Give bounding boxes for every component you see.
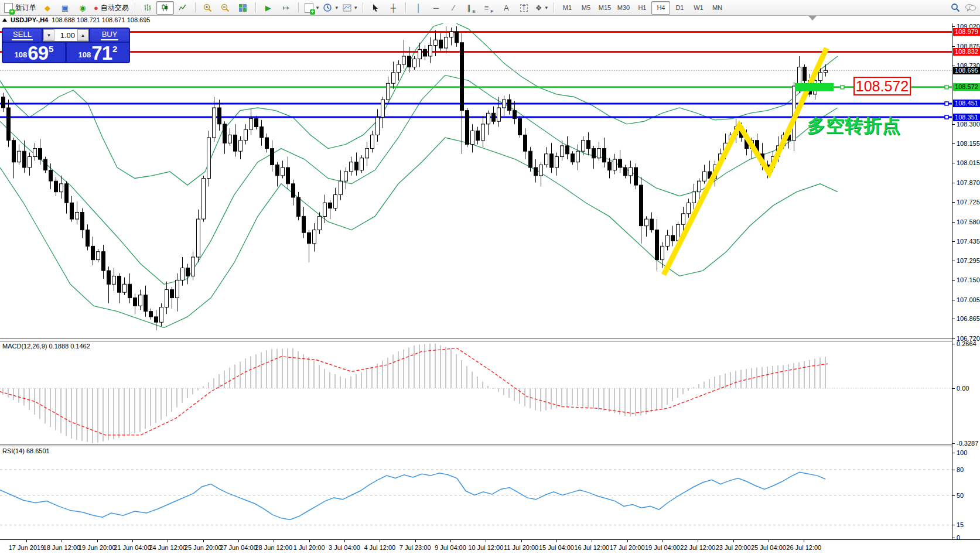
time-axis-tick <box>274 540 274 542</box>
green-highlight-rect[interactable] <box>795 83 834 91</box>
bar-chart-button[interactable] <box>139 1 156 15</box>
rsi-axis-tick <box>952 525 955 525</box>
volume-increase-button[interactable]: ▲ <box>77 29 88 41</box>
chart-shift-button[interactable]: ↦ <box>277 1 295 15</box>
macd-axis-tick <box>952 388 955 389</box>
price-axis-tick-label: 107.150 <box>957 276 980 283</box>
rsi-axis-label: 50 <box>957 492 964 499</box>
timeframe-button-d1[interactable]: D1 <box>670 1 689 15</box>
time-axis[interactable]: 17 Jun 201918 Jun 12:0019 Jun 20:0021 Ju… <box>0 539 980 554</box>
timeframe-button-h4[interactable]: H4 <box>651 1 670 15</box>
price-axis-tick-label: 107.295 <box>957 257 980 264</box>
time-axis-label: 22 Jul 12:00 <box>680 544 715 551</box>
arrows-button[interactable]: ❖▾ <box>532 1 550 15</box>
periods-button[interactable]: ▾ <box>321 1 340 15</box>
text-label-button[interactable]: T <box>515 1 532 15</box>
price-axis-tick <box>952 183 955 183</box>
time-axis-tick <box>238 540 239 542</box>
time-axis-tick <box>521 540 522 542</box>
rsi-line <box>0 472 825 519</box>
tile-windows-button[interactable] <box>234 1 252 15</box>
timeframe-button-w1[interactable]: W1 <box>689 1 708 15</box>
candle-body <box>513 111 517 119</box>
candle-body <box>508 100 511 111</box>
macd-pane[interactable] <box>0 341 952 444</box>
search-icon[interactable] <box>951 3 960 12</box>
timeframe-button-m5[interactable]: M5 <box>576 1 595 15</box>
candle-body <box>492 113 496 121</box>
crosshair-button[interactable]: ┼ <box>384 1 402 15</box>
time-axis-label: 25 Jul 04:00 <box>751 544 786 551</box>
timeframe-button-m15[interactable]: M15 <box>595 1 614 15</box>
line-handle[interactable] <box>945 115 948 119</box>
chart-shift-marker-icon[interactable] <box>808 16 817 20</box>
candle-body <box>803 67 807 81</box>
time-axis-label: 18 Jun 12:00 <box>43 544 81 551</box>
timeframe-button-h1[interactable]: H1 <box>633 1 651 15</box>
buy-button[interactable]: BUY <box>90 29 129 42</box>
rsi-label: RSI(14) 68.6501 <box>2 447 50 454</box>
price-axis-tick-label: 108.300 <box>957 121 980 128</box>
price-level-label: 108.979 <box>953 28 980 36</box>
time-axis-label: 17 Jul 20:00 <box>610 544 645 551</box>
candle-body <box>619 159 622 167</box>
price-callout-box[interactable]: 108.572 <box>853 77 911 95</box>
timeframe-button-m1[interactable]: M1 <box>558 1 576 15</box>
metaeditor-button[interactable]: ◆ <box>39 1 56 15</box>
buy-price[interactable]: 108712 <box>67 43 129 62</box>
main-price-chart[interactable] <box>0 23 952 338</box>
candle-body <box>134 298 137 306</box>
line-handle[interactable] <box>841 86 844 89</box>
sell-button[interactable]: SELL <box>3 29 42 42</box>
horizontal-line-button[interactable]: ─ <box>427 1 445 15</box>
templates-button[interactable]: ▾ <box>340 1 360 15</box>
text-button[interactable]: A <box>497 1 515 15</box>
candle-body <box>170 290 174 298</box>
macd-axis-label: -0.3287 <box>957 440 978 447</box>
vertical-line-button[interactable]: │ <box>409 1 427 15</box>
candlestick-button[interactable] <box>156 1 174 15</box>
time-axis-tick <box>698 540 698 542</box>
candle-body <box>128 284 132 297</box>
volume-value[interactable]: 1.00 <box>54 29 77 41</box>
terminal-button[interactable]: ▣ <box>56 1 74 15</box>
zoom-out-icon <box>221 4 230 12</box>
cursor-button[interactable] <box>367 1 384 15</box>
auto-scroll-button[interactable]: ▶ <box>259 1 277 15</box>
candle-body <box>165 290 169 307</box>
volume-decrease-button[interactable]: ▼ <box>43 29 54 41</box>
fibonacci-button[interactable]: ≡F <box>480 1 497 15</box>
line-chart-button[interactable] <box>174 1 192 15</box>
rsi-axis-tick <box>952 453 955 453</box>
pivot-annotation-text[interactable]: 多空转折点 <box>807 114 901 138</box>
channel-button[interactable]: ∥E <box>462 1 480 15</box>
price-axis-tick <box>952 280 955 281</box>
line-handle[interactable] <box>945 102 948 105</box>
candle-body <box>402 56 406 64</box>
signals-button[interactable]: ◉ <box>74 1 91 15</box>
candle-body <box>703 172 706 181</box>
sell-price[interactable]: 108695 <box>3 43 65 62</box>
auto-trading-button[interactable]: ● 自动交易 <box>91 1 131 15</box>
chart-collapse-icon[interactable] <box>2 18 7 22</box>
candle-body <box>7 108 11 141</box>
candle-body <box>250 119 253 130</box>
chat-icon[interactable] <box>965 4 976 12</box>
indicators-button[interactable]: + ▾ <box>302 1 322 15</box>
line-handle[interactable] <box>945 86 948 89</box>
timeframe-button-mn[interactable]: MN <box>708 1 726 15</box>
yellow-zigzag-trendline[interactable] <box>664 48 827 275</box>
zoom-out-button[interactable] <box>217 1 234 15</box>
candle-body <box>207 138 211 179</box>
rsi-pane[interactable] <box>0 446 952 539</box>
price-axis[interactable]: 109.020108.875108.730108.300108.155108.0… <box>952 23 980 539</box>
time-axis-tick <box>132 540 133 542</box>
candle-body <box>550 154 554 167</box>
timeframe-button-m30[interactable]: M30 <box>614 1 633 15</box>
ohlc-readout: 108.688 108.721 108.671 108.695 <box>52 16 150 23</box>
candle-body <box>603 149 606 162</box>
candle-body <box>313 230 316 244</box>
trendline-button[interactable]: ∕ <box>445 1 462 15</box>
new-order-button[interactable]: + 新订单 <box>2 1 39 15</box>
zoom-in-button[interactable] <box>199 1 217 15</box>
